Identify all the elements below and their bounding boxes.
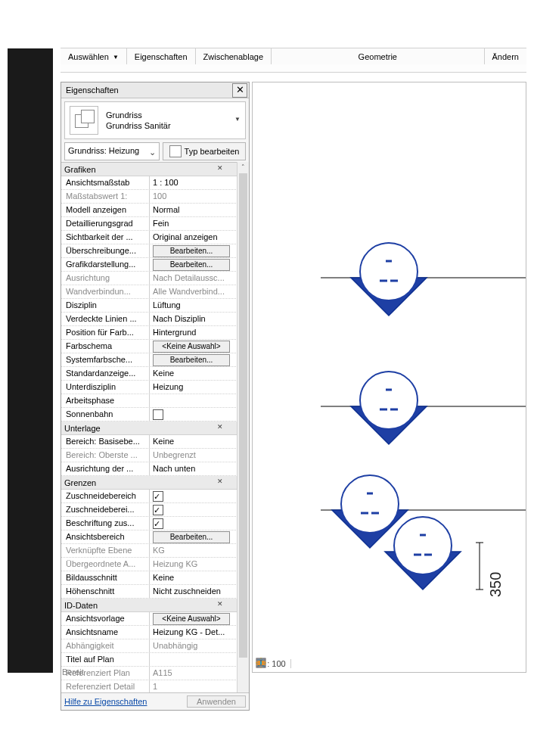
collapse-icon: ✕ (217, 478, 223, 485)
prop-label: Sichtbarkeit der ... (61, 231, 150, 244)
crop-region-icon[interactable] (359, 658, 370, 669)
group-iddaten[interactable]: ID-Daten ✕ (61, 599, 238, 612)
sun-path-icon[interactable] (329, 658, 340, 669)
prop-value[interactable]: Keine (150, 571, 238, 584)
lightbulb-icon[interactable] (405, 658, 415, 669)
prop-label: Systemfarbsche... (61, 353, 150, 366)
group-grafiken[interactable]: Grafiken ✕ (61, 163, 238, 176)
scroll-thumb[interactable] (239, 173, 247, 658)
shadows-icon[interactable] (344, 658, 355, 669)
select-button[interactable]: <Keine Auswahl> (153, 613, 230, 625)
prop-value[interactable]: Normal (150, 204, 238, 216)
edit-type-button[interactable]: Typ bearbeiten (163, 142, 246, 160)
prop-value: KG (150, 544, 238, 557)
apply-button[interactable]: Anwenden (187, 695, 246, 708)
panel-titlebar[interactable]: Eigenschaften ✕ (61, 82, 249, 98)
collapse-icon: ✕ (217, 600, 223, 608)
prop-label: Detaillierungsgrad (61, 217, 150, 230)
temporary-view-icon[interactable] (450, 658, 461, 669)
ribbon-label: Geometrie (359, 52, 397, 61)
prop-value[interactable]: Nicht zuschneiden (150, 585, 238, 598)
crop-visible-icon[interactable] (374, 658, 385, 669)
group-unterlage[interactable]: Unterlage ✕ (61, 422, 238, 435)
edit-button[interactable]: Bearbeiten... (153, 354, 230, 366)
group-label: Grenzen (64, 478, 96, 487)
checkbox-cell[interactable] (150, 517, 238, 530)
prop-label: Ansichtsbereich (61, 530, 150, 543)
help-link[interactable]: Hilfe zu Eigenschaften (64, 697, 147, 706)
prop-value[interactable]: Nach unten (150, 462, 238, 475)
prop-label: Zuschneideberei... (61, 503, 150, 516)
detail-level-icon[interactable] (299, 658, 309, 669)
checkbox-cell[interactable] (150, 503, 238, 516)
prop-label: Ausrichtung der ... (61, 462, 150, 475)
hide-isolate-icon[interactable] (390, 658, 400, 669)
prop-value[interactable]: Hintergrund (150, 326, 238, 339)
checkbox-icon[interactable] (153, 518, 163, 529)
prop-label: Grafikdarstellung... (61, 258, 150, 271)
select-button[interactable]: <Keine Auswahl> (153, 341, 230, 353)
prop-label: Bildausschnitt (61, 571, 150, 584)
checkbox-cell[interactable] (150, 490, 238, 502)
scroll-up-icon[interactable]: ˄ (238, 162, 249, 173)
prop-value: Unbegrenzt (150, 449, 238, 462)
ribbon-auswaehlen[interactable]: Auswählen ▼ (61, 48, 127, 65)
prop-value[interactable] (150, 653, 238, 666)
prop-label: Zuschneidebereich (61, 490, 150, 502)
prop-value[interactable]: Heizung (150, 381, 238, 394)
instance-selector[interactable]: Grundriss: Heizung KG (64, 142, 160, 160)
panel-title-text: Eigenschaften (66, 86, 119, 95)
edit-type-icon (169, 145, 182, 157)
worksharing-icon[interactable] (435, 658, 446, 669)
view-control-bar: 1 : 100 (256, 658, 523, 670)
reveal-hidden-icon[interactable] (420, 658, 430, 669)
prop-value[interactable]: Keine (150, 435, 238, 448)
prop-value[interactable] (150, 394, 238, 407)
prop-value[interactable]: Fein (150, 217, 238, 230)
prop-label: Verdeckte Linien ... (61, 313, 150, 325)
checkbox-icon[interactable] (153, 491, 163, 502)
type-preview[interactable]: Grundriss Grundriss Sanitär ▼ (64, 101, 246, 139)
ribbon-zwischenablage[interactable]: Zwischenablage (196, 48, 272, 65)
status-ready: Bereit (62, 667, 84, 677)
checkbox-icon[interactable] (153, 409, 163, 420)
group-grenzen[interactable]: Grenzen ✕ (61, 476, 238, 490)
prop-label: Abhängigkeit (61, 639, 150, 652)
prop-value[interactable]: Keine (150, 367, 238, 380)
group-label: ID-Daten (64, 601, 98, 610)
prop-label: Höhenschnitt (61, 585, 150, 598)
visual-style-icon[interactable] (314, 658, 324, 669)
edit-button[interactable]: Bearbeiten... (153, 531, 230, 543)
prop-label: Ansichtsvorlage (61, 612, 150, 625)
instance-text: Grundriss: Heizung KG (68, 146, 139, 160)
svg-rect-33 (257, 659, 265, 667)
ribbon-eigenschaften[interactable]: Eigenschaften (127, 48, 196, 65)
dimension-text: 350 (487, 572, 505, 597)
ribbon-geometrie[interactable]: Geometrie (272, 48, 484, 65)
close-icon[interactable]: ✕ (232, 83, 247, 98)
edit-button[interactable]: Bearbeiten... (153, 245, 230, 257)
ribbon-aendern[interactable]: Ändern (485, 48, 526, 65)
prop-label: Ausrichtung (61, 272, 150, 285)
prop-label: Ansichtsmaßstab (61, 176, 150, 189)
prop-value: A115 (150, 667, 238, 680)
chevron-down-icon: ▼ (113, 54, 119, 61)
prop-value[interactable]: Lüftung (150, 299, 238, 312)
checkbox-cell[interactable] (150, 408, 238, 421)
group-label: Grafiken (64, 165, 96, 174)
prop-value[interactable]: Original anzeigen (150, 231, 238, 244)
drawing-viewport[interactable]: 350 1 : 100 (252, 82, 526, 673)
prop-value[interactable]: Heizung KG - Det... (150, 626, 238, 639)
prop-label: Überschreibunge... (61, 244, 150, 257)
properties-scrollbar[interactable]: ˄ (237, 162, 249, 692)
panel-footer: Hilfe zu Eigenschaften Anwenden (61, 692, 249, 710)
prop-value[interactable]: Nach Disziplin (150, 313, 238, 325)
prop-value[interactable]: 1 : 100 (150, 176, 238, 189)
prop-label: Arbeitsphase (61, 394, 150, 407)
properties-panel: Eigenschaften ✕ Grundriss Grundriss Sani… (61, 82, 250, 711)
prop-label: Disziplin (61, 299, 150, 312)
prop-label: Modell anzeigen (61, 204, 150, 216)
ribbon-label: Auswählen (68, 52, 109, 61)
edit-button[interactable]: Bearbeiten... (153, 259, 230, 271)
checkbox-icon[interactable] (153, 505, 163, 515)
